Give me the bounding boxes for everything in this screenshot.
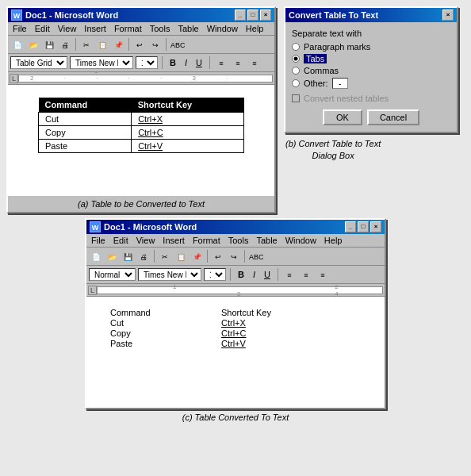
cmd-copy: Copy: [39, 126, 132, 140]
bold-btn-a[interactable]: B: [167, 57, 179, 68]
copy-btn-a[interactable]: 📋: [95, 37, 109, 52]
plain-row-copy: Copy Ctrl+C: [110, 328, 377, 338]
plain-key-cut: Ctrl+X: [221, 318, 316, 328]
plain-col-shortcut-header: Shortcut Key: [221, 308, 316, 317]
menu-help-a[interactable]: Help: [243, 23, 267, 34]
table-row: Paste Ctrl+V: [39, 140, 244, 153]
align-right-b[interactable]: ≡: [316, 267, 330, 282]
menu-insert-a[interactable]: Insert: [81, 23, 109, 34]
spell-btn-b[interactable]: ABC: [248, 249, 262, 263]
bold-btn-b[interactable]: B: [235, 269, 247, 280]
style-select-b[interactable]: Normal: [89, 268, 136, 281]
other-text-input[interactable]: [332, 78, 348, 89]
open-btn-b[interactable]: 📂: [105, 249, 119, 263]
plain-cmd-copy: Copy: [110, 328, 221, 338]
menu-insert-b[interactable]: Insert: [159, 235, 188, 246]
underline-btn-b[interactable]: U: [261, 269, 274, 280]
menu-edit-b[interactable]: Edit: [110, 235, 132, 246]
menu-window-a[interactable]: Window: [204, 23, 241, 34]
align-center-a[interactable]: ≡: [231, 56, 245, 70]
menu-format-a[interactable]: Format: [111, 23, 145, 34]
sep4-a: [162, 56, 163, 69]
copy-btn-b[interactable]: 📋: [174, 249, 188, 263]
radio-paragraph[interactable]: Paragraph marks: [292, 42, 450, 52]
save-btn-a[interactable]: 💾: [42, 37, 56, 52]
underline-btn-a[interactable]: U: [193, 57, 205, 68]
size-select-b[interactable]: 12: [204, 268, 226, 281]
menu-help-b[interactable]: Help: [321, 235, 346, 246]
style-select-a[interactable]: Table Grid: [10, 56, 67, 69]
style-bar-a: Table Grid Times New Roman 12 B I U ≡ ≡ …: [8, 54, 274, 72]
maximize-btn-b[interactable]: □: [358, 221, 369, 232]
save-btn-b[interactable]: 💾: [121, 249, 135, 263]
plain-cmd-paste: Paste: [110, 339, 221, 348]
nested-checkbox-input[interactable]: [292, 94, 300, 102]
plain-row-cut: Cut Ctrl+X: [110, 318, 377, 328]
new-btn-a[interactable]: 📄: [10, 37, 25, 52]
font-select-b[interactable]: Times New Roman: [138, 268, 201, 281]
menu-table-a[interactable]: Table: [174, 23, 201, 34]
radio-commas[interactable]: Commas: [292, 66, 450, 75]
ok-button[interactable]: OK: [323, 109, 362, 125]
doc-area-b: Command Shortcut Key Cut Ctrl+X Copy Ctr…: [86, 297, 385, 408]
key-copy: Ctrl+C: [132, 126, 244, 140]
new-btn-b[interactable]: 📄: [89, 249, 103, 263]
menu-file-b[interactable]: File: [88, 235, 109, 246]
radio-other-input[interactable]: [292, 79, 300, 87]
align-right-a[interactable]: ≡: [247, 56, 262, 70]
menu-view-b[interactable]: View: [133, 235, 159, 246]
menu-format-b[interactable]: Format: [190, 235, 224, 246]
print-btn-b[interactable]: 🖨: [136, 249, 151, 263]
top-row: W Doc1 - Microsoft Word _ □ × File Edit …: [6, 6, 465, 213]
cancel-button[interactable]: Cancel: [367, 109, 419, 125]
word-icon-b: W: [90, 221, 101, 232]
cmd-cut: Cut: [39, 113, 132, 126]
italic-btn-b[interactable]: I: [250, 269, 258, 280]
dialog-caption-line1: (b) Convert Table to Text: [285, 139, 381, 148]
align-center-b[interactable]: ≡: [299, 267, 313, 282]
menu-tools-b[interactable]: Tools: [225, 235, 252, 246]
window-b: W Doc1 - Microsoft Word _ □ × File Edit …: [85, 218, 386, 409]
font-select-a[interactable]: Times New Roman: [70, 56, 133, 69]
content-table-a: Command Shortcut Key Cut Ctrl+X Copy Ctr…: [38, 98, 244, 153]
menu-edit-a[interactable]: Edit: [32, 23, 53, 34]
redo-btn-a[interactable]: ↪: [148, 37, 163, 52]
minimize-btn-b[interactable]: _: [345, 221, 356, 232]
close-btn-b[interactable]: ×: [370, 221, 381, 232]
close-btn-a[interactable]: ×: [260, 10, 271, 21]
dialog-close-btn[interactable]: ×: [442, 10, 454, 21]
paste-btn-a[interactable]: 📌: [111, 37, 125, 52]
radio-tabs-input[interactable]: [292, 55, 300, 63]
radio-paragraph-input[interactable]: [292, 43, 300, 51]
sep1-a: [75, 38, 76, 51]
align-left-a[interactable]: ≡: [214, 56, 228, 70]
key-cut: Ctrl+X: [132, 113, 244, 126]
radio-other-row: Other:: [292, 78, 450, 89]
sep5-a: [209, 56, 210, 69]
plain-text-table: Command Shortcut Key Cut Ctrl+X Copy Ctr…: [110, 308, 377, 348]
menu-tools-a[interactable]: Tools: [147, 23, 174, 34]
size-select-a[interactable]: 12: [136, 56, 158, 69]
undo-btn-a[interactable]: ↩: [132, 37, 147, 52]
menu-view-a[interactable]: View: [55, 23, 80, 34]
menu-table-b[interactable]: Table: [253, 235, 280, 246]
radio-commas-input[interactable]: [292, 67, 300, 75]
align-left-b[interactable]: ≡: [282, 267, 297, 282]
minimize-btn-a[interactable]: _: [235, 10, 246, 21]
redo-btn-b[interactable]: ↪: [227, 249, 241, 263]
window-b-title: Doc1 - Microsoft Word: [104, 222, 197, 232]
radio-tabs-label: Tabs: [304, 54, 327, 63]
spell-btn-a[interactable]: ABC: [170, 37, 184, 52]
radio-tabs[interactable]: Tabs: [292, 54, 450, 63]
undo-btn-b[interactable]: ↩: [211, 249, 225, 263]
print-btn-a[interactable]: 🖨: [58, 37, 72, 52]
maximize-btn-a[interactable]: □: [247, 10, 258, 21]
cut-btn-b[interactable]: ✂: [158, 249, 172, 263]
open-btn-a[interactable]: 📂: [26, 37, 40, 52]
menu-window-b[interactable]: Window: [282, 235, 320, 246]
menu-file-a[interactable]: File: [10, 23, 30, 34]
italic-btn-a[interactable]: I: [182, 57, 190, 68]
paste-btn-b[interactable]: 📌: [190, 249, 204, 263]
sep3-b: [244, 250, 245, 263]
cut-btn-a[interactable]: ✂: [79, 37, 94, 52]
